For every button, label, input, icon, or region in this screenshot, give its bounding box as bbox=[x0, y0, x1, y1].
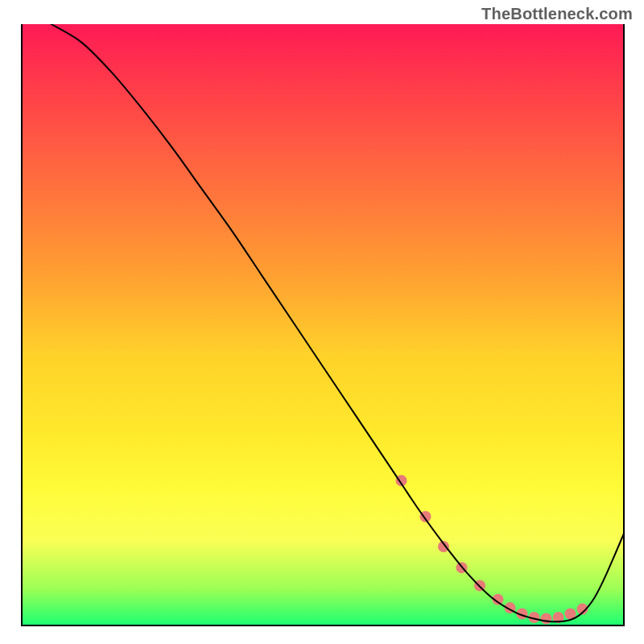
highlight-markers-group bbox=[396, 475, 588, 625]
chart-svg bbox=[21, 24, 625, 625]
chart-container: TheBottleneck.com bbox=[0, 0, 644, 644]
x-axis-line bbox=[21, 625, 625, 626]
bottleneck-curve bbox=[52, 24, 625, 621]
attribution-label: TheBottleneck.com bbox=[481, 5, 633, 23]
highlight-marker bbox=[541, 613, 552, 625]
